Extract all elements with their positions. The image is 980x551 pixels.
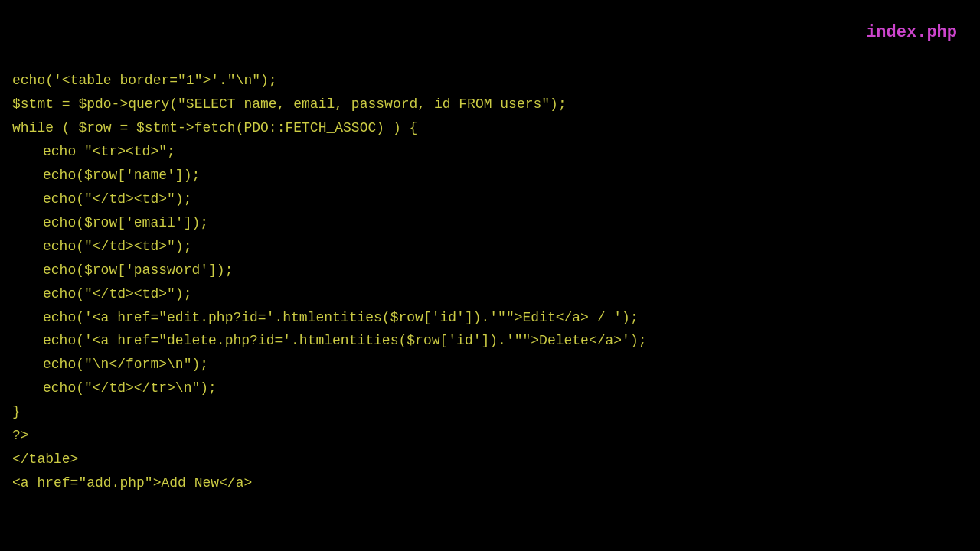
code-line-12: echo('<a href="delete.php?id='.htmlentit… [12, 329, 647, 353]
code-line-18: <a href="add.php">Add New</a> [12, 471, 647, 495]
code-line-15: } [12, 400, 647, 424]
code-line-16: ?> [12, 424, 647, 448]
code-editor: echo('<table border="1">'."\n"); $stmt =… [12, 69, 647, 495]
code-line-9: echo($row['password']); [12, 259, 647, 282]
code-line-17: </table> [12, 448, 647, 471]
code-line-1: echo('<table border="1">'."\n"); [12, 69, 647, 93]
code-line-4: echo "<tr><td>"; [12, 140, 647, 164]
code-line-10: echo("</td><td>"); [12, 282, 647, 306]
code-line-7: echo($row['email']); [12, 211, 647, 235]
code-line-3: while ( $row = $stmt->fetch(PDO::FETCH_A… [12, 116, 647, 140]
code-line-6: echo("</td><td>"); [12, 187, 647, 211]
code-line-13: echo("\n</form>\n"); [12, 353, 647, 377]
filename-label: index.php [866, 23, 957, 42]
code-line-5: echo($row['name']); [12, 164, 647, 187]
code-line-2: $stmt = $pdo->query("SELECT name, email,… [12, 93, 647, 116]
code-line-11: echo('<a href="edit.php?id='.htmlentitie… [12, 306, 647, 330]
code-line-14: echo("</td></tr>\n"); [12, 377, 647, 400]
code-line-8: echo("</td><td>"); [12, 235, 647, 259]
